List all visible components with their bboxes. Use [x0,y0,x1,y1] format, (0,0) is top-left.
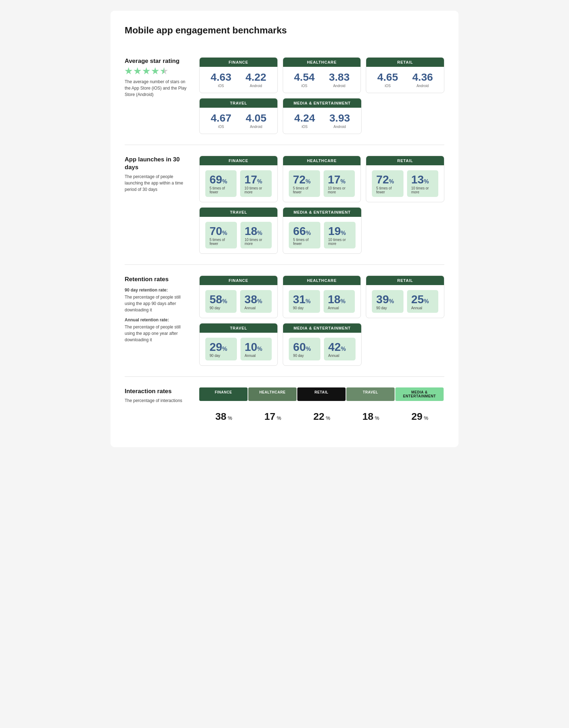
media-more-label: 10 times or more [328,238,351,246]
launch-media-header: MEDIA & ENTERTAINMENT [283,208,361,217]
card-travel-star: TRAVEL 4.67 iOS 4.05 Android [199,98,278,134]
media-annual-label: Annual [328,354,351,358]
media-fewer-num: 66% [293,225,316,237]
launch-retail-header: RETAIL [366,156,444,165]
launch-retail-body: 72% 5 times of fewer 13% 10 times or mor… [366,165,444,202]
finance-android-box: 4.22 Android [240,72,271,88]
card-travel-header: TRAVEL [200,98,277,108]
travel-more-box: 18% 10 times or more [240,222,272,248]
travel-annual-num: 10% [245,341,268,353]
retail-more-num: 13% [411,174,434,185]
media-android-box: 3.93 Android [324,113,356,129]
launch-travel-header: TRAVEL [200,208,277,217]
healthcare-90day-num: 31% [293,294,316,305]
card-media-header: MEDIA & ENTERTAINMENT [283,98,361,108]
retention-retail-body: 39% 90 day 25% Annual [366,285,444,318]
page-container: Mobile app engagement benchmarks Average… [110,11,459,447]
star-rating-row-1: FINANCE 4.63 iOS 4.22 Android [199,57,444,93]
media-90day-box: 60% 90 day [289,338,320,360]
healthcare-fewer-box: 72% 5 times of fewer [289,170,320,197]
media-annual-num: 42% [328,341,351,353]
travel-android-value: 4.05 [240,113,272,123]
retention-annual-title: Annual retention rate: [125,317,189,323]
retention-healthcare-header: HEALTHCARE [283,276,361,285]
section-retention: Retention rates 90 day retention rate: T… [125,264,444,376]
card-healthcare-header: HEALTHCARE [283,58,361,67]
retention-label: Retention rates 90 day retention rate: T… [125,275,189,343]
spacer-launch [367,207,444,254]
retention-media-header: MEDIA & ENTERTAINMENT [283,323,361,333]
card-healthcare-star: HEALTHCARE 4.54 iOS 3.83 Android [283,57,361,93]
interaction-tab-finance[interactable]: FINANCE [199,387,248,401]
launch-healthcare-body: 72% 5 times of fewer 17% 10 times or mor… [283,165,361,202]
interaction-tab-healthcare[interactable]: HEALTHCARE [248,387,297,401]
media-annual-box: 42% Annual [324,338,356,360]
interaction-desc: The percentage of interactions [125,397,189,404]
retention-media-body: 60% 90 day 42% Annual [283,333,361,365]
card-finance-body: 4.63 iOS 4.22 Android [200,67,277,93]
travel-android-label: Android [240,125,272,129]
healthcare-android-value: 3.83 [324,72,355,82]
interaction-tab-travel[interactable]: TRAVEL [346,387,395,401]
travel-ios-box: 4.67 iOS [205,113,237,129]
healthcare-more-label: 10 times or more [328,186,351,194]
card-media-launch: MEDIA & ENTERTAINMENT 66% 5 times of few… [283,207,361,254]
card-finance-retention: FINANCE 58% 90 day 38% Annual [199,275,278,318]
card-media-body: 4.24 iOS 3.93 Android [283,108,361,134]
travel-android-box: 4.05 Android [240,113,272,129]
app-launches-heading: App launches in 30 days [125,156,189,171]
star-5-half [160,67,168,75]
retail-ios-box: 4.65 iOS [372,72,403,88]
retention-travel-header: TRAVEL [200,323,277,333]
card-finance-launch: FINANCE 69% 5 times of fewer 17% 10 time… [199,156,278,202]
card-retail-star: RETAIL 4.65 iOS 4.36 Android [366,57,444,93]
healthcare-more-box: 17% 10 times or more [324,170,355,197]
media-ios-value: 4.24 [289,113,320,123]
interaction-tab-retail[interactable]: RETAIL [297,387,346,401]
page-title: Mobile app engagement benchmarks [125,25,444,36]
interaction-heading: Interaction rates [125,387,189,395]
healthcare-annual-box: 18% Annual [324,290,355,313]
media-more-num: 19% [328,225,351,237]
finance-fewer-num: 69% [210,174,232,185]
interaction-tabs-row: FINANCE HEALTHCARE RETAIL TRAVEL MEDIA &… [199,387,444,401]
launch-media-body: 66% 5 times of fewer 19% 10 times or mor… [283,217,361,253]
healthcare-ios-box: 4.54 iOS [289,72,320,88]
retail-annual-num: 25% [411,294,434,305]
star-4 [151,67,159,75]
healthcare-more-num: 17% [328,174,351,185]
media-fewer-label: 5 times of fewer [293,238,316,246]
healthcare-ios-value: 4.54 [289,72,320,82]
finance-90day-label: 90 day [210,306,232,310]
healthcare-90day-label: 90 day [293,306,316,310]
healthcare-android-label: Android [324,84,355,88]
retail-90day-box: 39% 90 day [372,290,403,313]
retention-row-1: FINANCE 58% 90 day 38% Annual [199,275,444,318]
retail-android-box: 4.36 Android [407,72,438,88]
interaction-tab-media[interactable]: MEDIA & ENTERTAINMENT [395,387,444,401]
launch-healthcare-header: HEALTHCARE [283,156,361,165]
star-icons [125,67,189,75]
card-media-star: MEDIA & ENTERTAINMENT 4.24 iOS 3.93 Andr… [283,98,361,134]
finance-annual-num: 38% [244,294,267,305]
media-90day-num: 60% [293,341,316,353]
launches-row-1: FINANCE 69% 5 times of fewer 17% 10 time… [199,156,444,202]
healthcare-fewer-num: 72% [293,174,316,185]
interaction-val-media: 29 % [395,411,444,422]
card-media-retention: MEDIA & ENTERTAINMENT 60% 90 day 42% Ann… [283,323,361,366]
finance-more-num: 17% [244,174,267,185]
launch-finance-header: FINANCE [200,156,277,165]
star-1 [125,67,132,75]
star-rating-desc: The average number of stars on the App S… [125,79,189,98]
media-fewer-box: 66% 5 times of fewer [289,222,320,248]
retention-desc-90: 90 day retention rate: The percentage of… [125,287,189,313]
launch-travel-body: 70% 5 times of fewer 18% 10 times or mor… [200,217,277,253]
travel-annual-label: Annual [245,354,268,358]
spacer-star [367,98,444,134]
card-retail-header: RETAIL [366,58,444,67]
retail-fewer-box: 72% 5 times of fewer [372,170,403,197]
card-healthcare-body: 4.54 iOS 3.83 Android [283,67,361,93]
travel-fewer-num: 70% [210,225,233,237]
retention-finance-body: 58% 90 day 38% Annual [200,285,277,318]
star-rating-heading: Average star rating [125,57,189,65]
